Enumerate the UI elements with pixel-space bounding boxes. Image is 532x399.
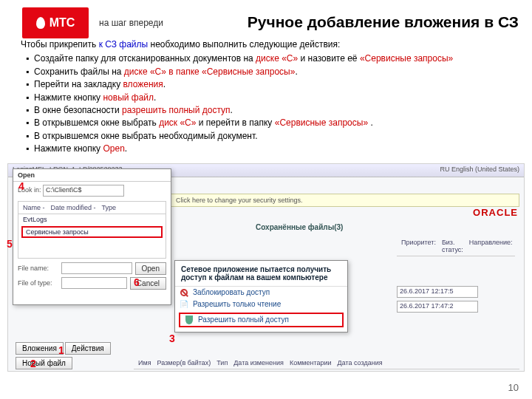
new-file-button[interactable]: Новый файл [16, 357, 72, 369]
page-number: 10 [508, 382, 519, 393]
bullet-8: Нажмите кнопку Open. [34, 143, 511, 155]
logo-text: МТС [50, 16, 75, 30]
folder-1[interactable]: EvtLogs [18, 214, 166, 225]
filename-input[interactable] [61, 262, 132, 274]
readonly-icon: 📄 [180, 300, 188, 309]
slide: МТС на шаг впереди Ручное добавление вло… [0, 0, 532, 399]
date-1: 26.6.2017 12:17:5 [397, 286, 478, 298]
tab-attachments[interactable]: Вложения [16, 342, 64, 355]
open-title: Open [13, 169, 171, 182]
security-heading: Сетевое приложение пытается получить дос… [175, 261, 347, 287]
bottom-toolbar: Новый файл [16, 357, 72, 369]
sec-allow-full[interactable]: Разрешить полный доступ [179, 313, 344, 327]
intro-link[interactable]: к СЗ файлы [99, 39, 149, 50]
right-fields: Приоритет:Биз. статус:Направление: 26.6.… [397, 236, 515, 313]
screenshot-area: LoginsMEL_LRGN_1_LP/082520233 RU English… [7, 163, 525, 372]
path-field[interactable]: C:\Client\C$ [43, 185, 124, 197]
callout-4: 4 [18, 180, 24, 192]
slogan: на шаг впереди [99, 18, 163, 28]
bullet-2: Сохранить файлы на диске «С» в папке «Се… [34, 66, 511, 78]
egg-icon [36, 17, 45, 29]
filename-row: File name: Open [13, 260, 171, 277]
open-button[interactable]: Open [135, 262, 166, 275]
open-dialog: Open Look in: C:\Client\C$ Name -Date mo… [13, 168, 171, 305]
shield-icon [185, 316, 193, 324]
folder-service-requests[interactable]: Сервисные запросы [21, 226, 163, 238]
date-2: 26.6.2017 17:47:2 [397, 301, 478, 313]
callout-5: 5 [7, 238, 13, 250]
tab-actions[interactable]: Действия [65, 342, 111, 355]
oracle-logo: ORACLE [473, 207, 518, 218]
security-warning-bar[interactable]: Click here to change your security setti… [171, 194, 519, 207]
callout-1: 1 [58, 344, 64, 356]
grid-header: Имя Размер(в байтах) Тип Дата изменения … [134, 357, 519, 369]
bullet-list: Создайте папку для отсканированных докум… [21, 52, 511, 155]
bullet-5: В окне безопасности разрешить полный дос… [34, 104, 511, 117]
callout-2: 2 [30, 358, 36, 369]
sec-readonly[interactable]: 📄Разрешить только чтение [175, 299, 347, 310]
lookin-row: Look in: C:\Client\C$ [13, 182, 171, 200]
bullet-3: Перейти на закладку вложения. [34, 78, 511, 91]
sec-block[interactable]: Заблокировать доступ [175, 287, 347, 299]
intro-line: Чтобы прикрепить к СЗ файлы необходимо в… [21, 38, 511, 51]
bullet-6: В открывшемся окне выбрать диск «С» и пе… [34, 117, 511, 129]
intro-post: необходимо выполнить следующие действия: [148, 39, 340, 50]
callout-3: 3 [169, 332, 175, 344]
instructions: Чтобы прикрепить к СЗ файлы необходимо в… [0, 31, 532, 159]
intro-pre: Чтобы прикрепить [21, 39, 99, 50]
mts-logo: МТС [22, 7, 89, 38]
lang-indicator: RU English (United States) [440, 166, 519, 173]
saved-files-header: Сохранённые файлы(3) [256, 223, 343, 231]
filetype-input[interactable] [61, 277, 127, 289]
filetype-row: File of type: Cancel [13, 277, 171, 293]
block-icon [180, 289, 188, 296]
bullet-4: Нажмите кнопку новый файл. [34, 92, 511, 104]
bullet-7: В открывшемся окне выбрать необходимый д… [34, 130, 511, 143]
bullet-1: Создайте папку для отсканированных докум… [34, 52, 511, 65]
callout-6: 6 [134, 276, 140, 288]
security-dialog: Сетевое приложение пытается получить дос… [174, 260, 348, 332]
file-list[interactable]: Name -Date modified -Type EvtLogs Сервис… [18, 201, 166, 259]
